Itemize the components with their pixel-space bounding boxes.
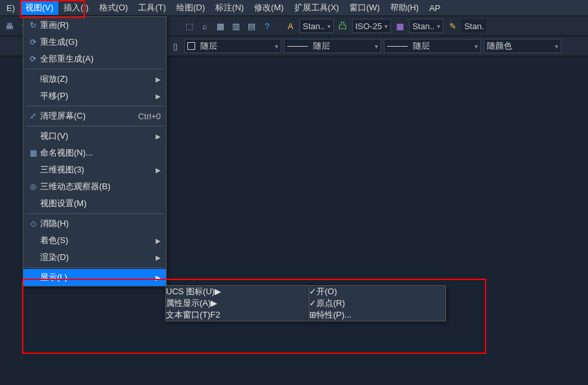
layer-lweight-value: 随层	[413, 40, 430, 52]
menu-tools[interactable]: 工具(T)	[133, 1, 171, 15]
menu-insert[interactable]: 插入(I)	[58, 1, 93, 15]
submenu-arrow-icon: ▶	[156, 133, 161, 140]
menu-help[interactable]: 帮助(H)	[385, 1, 424, 15]
glyph-icon: ◇	[26, 219, 40, 228]
swatch-icon	[187, 42, 195, 50]
display-item-0[interactable]: UCS 图标(U)▶	[166, 286, 309, 298]
submenu-arrow-icon: ▶	[156, 274, 161, 281]
submenu-arrow-icon: ▶	[156, 237, 161, 244]
chevron-down-icon: ▾	[384, 23, 388, 30]
dim-style-icon[interactable]: 凸	[336, 19, 349, 32]
separator	[26, 267, 163, 268]
menu-item-label: 缩放(Z)	[40, 73, 156, 85]
submenu-arrow-icon: ▶	[156, 76, 161, 83]
view-item-7[interactable]: ⤢清理屏幕(C)Ctrl+0	[23, 108, 166, 124]
menu-draw[interactable]: 绘图(D)	[171, 1, 210, 15]
glyph-icon: ◎	[26, 182, 40, 191]
dim-style-combo[interactable]: ISO-25▾	[352, 19, 391, 33]
zoom-icon[interactable]: ⌕	[198, 19, 211, 32]
view-item-16[interactable]: 着色(S)▶	[23, 232, 166, 249]
layer-bycolor-combo[interactable]: 随颜色▾	[484, 39, 561, 53]
dim-style-value: ISO-25	[355, 21, 382, 31]
glyph-icon: ⟳	[26, 54, 40, 64]
menu-item-label: 重画(R)	[40, 19, 161, 31]
menu-item-label: 显示(L)	[40, 272, 156, 283]
text-style-combo[interactable]: Stan..▾	[300, 19, 334, 33]
menu-item-label: 三维视图(3)	[40, 164, 156, 176]
glyph-icon: ⊞	[309, 310, 316, 320]
view-item-10[interactable]: ▦命名视图(N)...	[23, 145, 166, 161]
view-item-5[interactable]: 平移(P)▶	[23, 88, 166, 104]
table-style-combo[interactable]: Stan..▾	[409, 19, 443, 33]
submenu-arrow-icon: ▶	[156, 93, 161, 100]
menu-item-label: 重生成(G)	[40, 36, 161, 48]
table-style-value: Stan..	[412, 21, 434, 31]
view-item-0[interactable]: ↻重画(R)	[23, 17, 166, 34]
layer-tool-icon[interactable]: ▯	[169, 40, 182, 52]
view-item-13[interactable]: 视图设置(M)	[23, 195, 166, 212]
menu-item-label: 视口(V)	[40, 130, 156, 142]
tile-icon[interactable]: ▥	[229, 19, 242, 32]
menu-window[interactable]: 窗口(W)	[344, 1, 385, 15]
view-item-11[interactable]: 三维视图(3)▶	[23, 161, 166, 178]
menubar: E) 视图(V) 插入(I) 格式(O) 工具(T) 绘图(D) 标注(N) 修…	[0, 0, 588, 16]
glyph-icon: ⟳	[26, 38, 40, 47]
layer-ltype-value: 随层	[313, 40, 330, 52]
menu-item-label: 文本窗口(T)	[166, 310, 211, 320]
menu-ap[interactable]: AP	[424, 2, 445, 14]
submenu-arrow-icon: ▶	[211, 298, 217, 308]
separator	[26, 213, 163, 214]
help-icon[interactable]: ?	[261, 19, 274, 32]
menu-item-label: 开(O)	[316, 286, 337, 296]
menu-item-label: 命名视图(N)...	[40, 147, 161, 159]
ucs-item-2[interactable]: ⊞特性(P)...	[309, 309, 445, 321]
table-style-icon[interactable]: ▦	[394, 19, 406, 32]
menu-item-label: 消隐(H)	[40, 218, 161, 229]
text-style-icon[interactable]: A	[284, 19, 297, 32]
display-item-1[interactable]: 属性显示(A)▶	[166, 298, 309, 309]
separator	[26, 126, 163, 126]
ucs-item-1[interactable]: ✓原点(R)	[309, 298, 445, 309]
view-item-9[interactable]: 视口(V)▶	[23, 128, 166, 145]
menu-item-label: 原点(R)	[316, 298, 345, 308]
line-icon	[287, 46, 308, 47]
display-item-2[interactable]: 文本窗口(T)F2	[166, 309, 309, 321]
view-item-17[interactable]: 渲染(D)▶	[23, 249, 166, 266]
glyph-icon: ▦	[26, 148, 40, 158]
view-item-15[interactable]: ◇消隐(H)	[23, 215, 166, 232]
menu-edit-tail[interactable]: E)	[1, 2, 20, 14]
view-item-4[interactable]: 缩放(Z)▶	[23, 71, 166, 88]
separator	[26, 106, 163, 106]
chevron-down-icon: ▾	[275, 43, 278, 50]
menu-view[interactable]: 视图(V)	[20, 1, 58, 15]
check-icon: ✓	[309, 286, 316, 296]
ucs-item-0[interactable]: ✓开(O)	[309, 286, 445, 298]
print-icon[interactable]: 🖶	[3, 19, 16, 32]
menu-item-label: 平移(P)	[40, 90, 156, 102]
ucs-icon-submenu: ✓开(O)✓原点(R)⊞特性(P)...	[309, 285, 446, 321]
menu-item-label: 特性(P)...	[316, 310, 351, 320]
layer-lweight-combo[interactable]: 随层▾	[384, 39, 481, 53]
menu-extend[interactable]: 扩展工具(X)	[289, 1, 344, 15]
mleader-style-icon[interactable]: ✎	[446, 19, 459, 32]
layer-bycolor-value: 随颜色	[487, 40, 512, 52]
menu-format[interactable]: 格式(O)	[94, 1, 134, 15]
view-item-1[interactable]: ⟳重生成(G)	[23, 34, 166, 51]
separator	[26, 69, 163, 69]
grid-icon[interactable]: ▦	[214, 19, 227, 32]
display-submenu: UCS 图标(U)▶属性显示(A)▶文本窗口(T)F2	[165, 285, 309, 321]
view-item-12[interactable]: ◎三维动态观察器(B)	[23, 178, 166, 195]
menu-item-label: 视图设置(M)	[40, 198, 161, 209]
props-icon[interactable]: ▤	[245, 19, 258, 32]
menu-annotate[interactable]: 标注(N)	[210, 1, 249, 15]
mleader-style-combo[interactable]: Stan.	[462, 19, 486, 32]
layer-color-value: 随层	[200, 40, 217, 52]
layer-color-combo[interactable]: 随层▾	[184, 39, 281, 53]
view-item-19[interactable]: 显示(L)▶	[23, 269, 166, 286]
mleader-style-value: Stan.	[464, 21, 484, 31]
pan-icon[interactable]: ⬚	[183, 19, 196, 32]
view-item-2[interactable]: ⟳全部重生成(A)	[23, 51, 166, 67]
view-dropdown: ↻重画(R)⟳重生成(G)⟳全部重生成(A)缩放(Z)▶平移(P)▶⤢清理屏幕(…	[23, 16, 167, 286]
menu-modify[interactable]: 修改(M)	[249, 1, 289, 15]
layer-ltype-combo[interactable]: 随层▾	[284, 39, 381, 53]
